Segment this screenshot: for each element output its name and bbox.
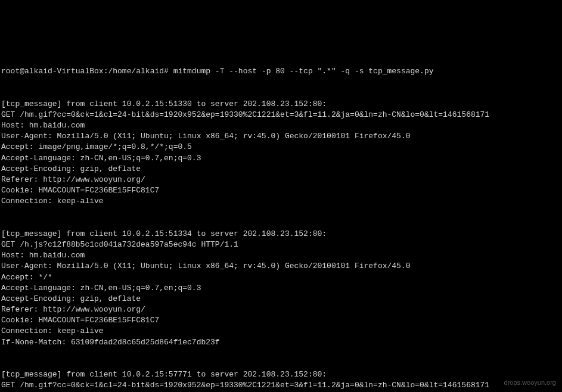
output-blocks: [tcp_message] from client 10.0.2.15:5133…	[1, 99, 561, 392]
tcp-message-header: [tcp_message] from client 10.0.2.15:5133…	[1, 229, 561, 239]
blank-line	[1, 207, 561, 218]
http-line: Accept-Language: zh-CN,en-US;q=0.7,en;q=…	[1, 153, 561, 164]
command-line: root@alkaid-VirtualBox:/home/alkaid# mit…	[1, 66, 561, 77]
http-line: If-None-Match: 63109fdad2d8c65d25d864f1e…	[1, 337, 561, 348]
http-line: User-Agent: Mozilla/5.0 (X11; Ubuntu; Li…	[1, 261, 561, 272]
watermark-text: drops.wooyun.org	[504, 378, 556, 387]
http-line: Host: hm.baidu.com	[1, 120, 561, 131]
tcp-message-block: [tcp_message] from client 10.0.2.15:5133…	[1, 229, 561, 359]
http-line: Accept: image/png,image/*;q=0.8,*/*;q=0.…	[1, 142, 561, 153]
tcp-message-header: [tcp_message] from client 10.0.2.15:5777…	[1, 369, 561, 380]
http-line: GET /hm.gif?cc=0&ck=1&cl=24-bit&ds=1920x…	[1, 380, 561, 391]
blank-line	[1, 348, 561, 359]
http-line: User-Agent: Mozilla/5.0 (X11; Ubuntu; Li…	[1, 131, 561, 142]
http-line: Accept-Language: zh-CN,en-US;q=0.7,en;q=…	[1, 283, 561, 294]
http-line: Cookie: HMACCOUNT=FC236BE15FFC81C7	[1, 185, 561, 196]
http-line: Connection: keep-alive	[1, 196, 561, 207]
http-line: GET /h.js?c12f88b5c1cd041a732dea597a5ec9…	[1, 239, 561, 250]
tcp-message-block: [tcp_message] from client 10.0.2.15:5133…	[1, 99, 561, 218]
tcp-message-header: [tcp_message] from client 10.0.2.15:5133…	[1, 99, 561, 110]
shell-command: mitmdump -T --host -p 80 --tcp ".*" -q -…	[173, 67, 434, 76]
http-line: Cookie: HMACCOUNT=FC236BE15FFC81C7	[1, 315, 561, 326]
http-line: Connection: keep-alive	[1, 326, 561, 337]
http-line: Accept: */*	[1, 272, 561, 283]
http-line: Accept-Encoding: gzip, deflate	[1, 294, 561, 304]
terminal-output[interactable]: root@alkaid-VirtualBox:/home/alkaid# mit…	[1, 45, 561, 392]
http-line: Referer: http://www.wooyun.org/	[1, 175, 561, 185]
http-line: Referer: http://www.wooyun.org/	[1, 304, 561, 315]
shell-prompt: root@alkaid-VirtualBox:/home/alkaid#	[1, 67, 173, 76]
tcp-message-block: [tcp_message] from client 10.0.2.15:5777…	[1, 369, 561, 392]
http-line: Host: hm.baidu.com	[1, 250, 561, 261]
http-line: Accept-Encoding: gzip, deflate	[1, 164, 561, 175]
http-line: GET /hm.gif?cc=0&ck=1&cl=24-bit&ds=1920x…	[1, 110, 561, 120]
